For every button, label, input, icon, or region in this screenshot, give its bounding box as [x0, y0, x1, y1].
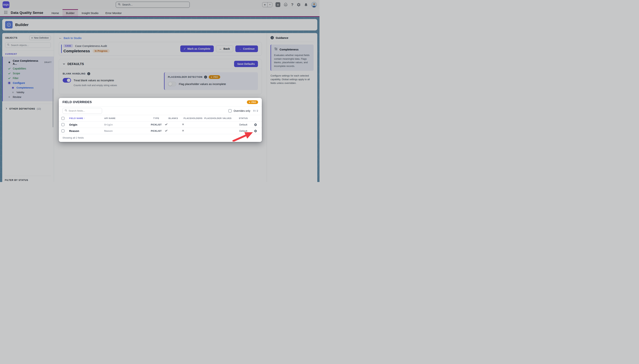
blank-toggle-label: Treat blank values as incomplete: [74, 79, 114, 82]
sidebar-item-filter[interactable]: Filter: [8, 76, 52, 80]
search-icon: [7, 44, 10, 47]
field-name-cell: Origin: [69, 123, 104, 126]
type-cell: PICKLIST: [151, 130, 162, 132]
api-name-cell: Reason: [104, 130, 148, 132]
sidebar-item-review[interactable]: Review: [8, 94, 52, 100]
table-footer: Showing all 2 fields: [59, 134, 262, 142]
capability-title: Completeness: [64, 49, 90, 53]
active-dot-icon: [8, 82, 11, 84]
tab-builder[interactable]: Builder: [63, 9, 78, 16]
arrow-left-icon: ←: [219, 47, 222, 50]
back-to-studio-link[interactable]: ← Back to Studio: [59, 36, 82, 40]
column-placeholder-values[interactable]: PLACEHOLDER VALUES: [204, 117, 235, 119]
user-avatar[interactable]: [311, 2, 317, 8]
placeholder-toggle-label: Flag placeholder values as incomplete: [179, 82, 226, 86]
continue-button[interactable]: → Continue: [235, 46, 258, 52]
fields-search-input[interactable]: [69, 110, 100, 112]
global-search[interactable]: [116, 2, 190, 8]
check-icon: ✓: [184, 47, 186, 50]
field-overrides-title: FIELD OVERRIDES: [63, 100, 92, 104]
blank-handling-label: BLANK HANDLING: [63, 72, 86, 75]
workspace: OBJECTS + New Definition CURRENT Case: [2, 33, 317, 182]
divider: [2, 50, 54, 50]
tab-home[interactable]: Home: [48, 9, 63, 16]
status-badge: In Progress: [93, 49, 110, 53]
save-defaults-button[interactable]: Save Defaults: [234, 61, 258, 67]
api-name-cell: Origin: [104, 123, 148, 126]
page-title: Builder: [15, 22, 29, 27]
global-header: DQS ★ ▼ + ?: [0, 0, 320, 9]
column-status[interactable]: STATUS: [239, 117, 248, 119]
filter-by-status-section: FILTER BY STATUS: [5, 176, 51, 182]
arrow-left-icon: ←: [59, 36, 62, 40]
sidebar-item-scope[interactable]: Scope: [8, 71, 52, 76]
type-cell: PICKLIST: [151, 124, 162, 126]
column-placeholders[interactable]: PLACEHOLDERS: [184, 117, 203, 119]
check-icon: [8, 72, 11, 75]
objects-search[interactable]: [5, 42, 51, 48]
row-settings-gear-icon[interactable]: [252, 129, 259, 133]
active-dot-icon: [11, 87, 15, 88]
builder-compass-icon: [5, 21, 13, 28]
status-cell: Default: [239, 130, 247, 132]
row-checkbox[interactable]: [61, 129, 65, 132]
pro-badge: ★ PRO: [247, 100, 258, 104]
sidebar-item-configure[interactable]: Configure: [8, 80, 52, 85]
guidance-card-body: Evaluates whether required fields contai…: [274, 54, 311, 68]
guidance-note: Configure settings for each selected cap…: [271, 74, 314, 85]
sidebar-item-capabilities[interactable]: Capabilities: [8, 66, 52, 71]
chevron-down-icon[interactable]: [63, 63, 65, 65]
column-blanks[interactable]: BLANKS: [168, 117, 178, 119]
favorites-caret-button[interactable]: ▼: [267, 2, 272, 7]
sidebar-item-validity[interactable]: Validity: [8, 90, 52, 94]
placeholders-x-icon: [182, 129, 204, 133]
arrow-right-icon: →: [239, 47, 242, 50]
select-all-checkbox[interactable]: [61, 117, 65, 120]
column-api-name[interactable]: API NAME: [104, 117, 148, 119]
mark-as-complete-button[interactable]: ✓ Mark as Complete: [180, 46, 214, 52]
blanks-check-icon: [165, 123, 182, 126]
objects-search-input[interactable]: [11, 44, 49, 46]
new-definition-button[interactable]: + New Definition: [29, 36, 51, 40]
notifications-bell-icon[interactable]: [304, 2, 308, 7]
page-header: Builder: [2, 19, 317, 30]
help-icon[interactable]: ?: [291, 2, 293, 7]
back-button[interactable]: ← Back: [216, 46, 233, 52]
check-icon: [8, 77, 11, 80]
objects-sidebar: OBJECTS + New Definition CURRENT Case: [2, 33, 54, 182]
overrides-count: 0 / 2: [253, 110, 258, 112]
fields-search[interactable]: [63, 108, 102, 114]
column-type[interactable]: TYPE: [153, 117, 159, 119]
app-logo[interactable]: DQS: [3, 1, 10, 8]
placeholder-detection-toggle[interactable]: [168, 82, 176, 86]
sidebar-item-completeness[interactable]: Completeness: [8, 85, 52, 90]
app-nav-bar: Data Quality Sense Home Builder Insight …: [0, 9, 320, 17]
placeholder-detection-setting: PLACEHOLDER DETECTION i ★ PRO Flag place…: [164, 72, 258, 90]
sidebar-scrollbar[interactable]: [53, 88, 54, 127]
global-add-button[interactable]: +: [276, 2, 280, 7]
tab-error-monitor[interactable]: Error Monitor: [102, 9, 125, 16]
setup-gear-icon[interactable]: [297, 2, 301, 7]
blanks-check-icon: [165, 129, 182, 133]
dot-icon: [11, 92, 15, 93]
app-launcher-waffle-icon[interactable]: [4, 10, 8, 15]
check-icon: [8, 67, 11, 70]
blank-handling-toggle[interactable]: [63, 78, 71, 82]
info-icon[interactable]: i: [204, 76, 207, 78]
trailhead-icon[interactable]: [283, 2, 288, 7]
global-search-input[interactable]: [122, 3, 188, 6]
other-definitions-toggle[interactable]: OTHER DEFINITIONS (12): [5, 106, 51, 111]
overrides-only-checkbox[interactable]: [228, 109, 232, 112]
plus-icon: +: [31, 36, 33, 39]
column-field-name[interactable]: FIELD NAME ↑: [69, 117, 104, 119]
draft-badge: DRAFT: [44, 61, 52, 64]
favorite-star-button[interactable]: ★: [262, 2, 268, 7]
sidebar-item-case-definition[interactable]: Case Completeness A... DRAFT: [8, 58, 52, 66]
row-settings-gear-icon[interactable]: [252, 123, 259, 126]
tab-insight-studio[interactable]: Insight Studio: [78, 9, 102, 16]
row-checkbox[interactable]: [61, 123, 65, 126]
sort-ascending-icon: ↑: [84, 117, 85, 119]
field-name-cell: Reason: [69, 129, 104, 132]
favorites-control: ★ ▼: [262, 2, 273, 7]
info-icon[interactable]: i: [87, 72, 90, 75]
